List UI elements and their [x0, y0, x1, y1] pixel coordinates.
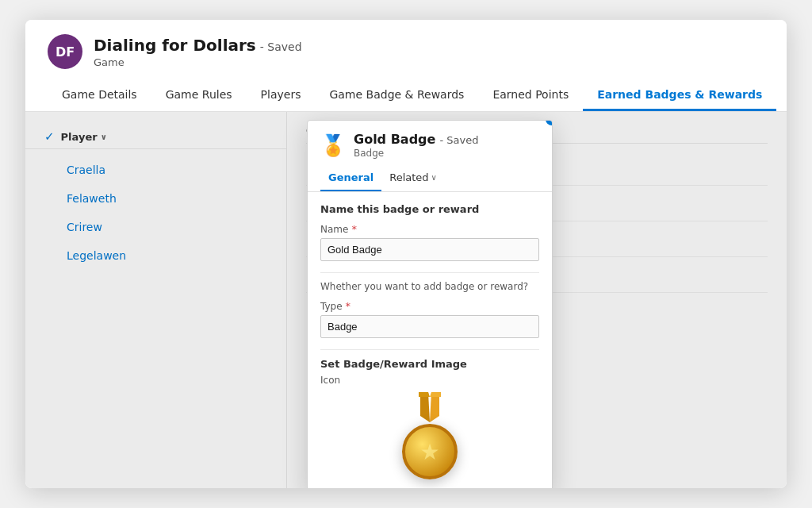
avatar: DF [48, 34, 82, 69]
svg-marker-2 [419, 392, 430, 397]
tab-game-rules[interactable]: Game Rules [151, 80, 247, 111]
modal-name-field-label: Name * [320, 223, 539, 235]
modal-divider-1 [320, 272, 539, 273]
modal-tab-related[interactable]: Related ∨ [381, 165, 445, 191]
header-title-group: Dialing for Dollars - Saved Game [94, 36, 302, 68]
modal-tab-related-label: Related [389, 171, 428, 183]
modal-divider-2 [320, 349, 539, 350]
modal-saved-label: - Saved [439, 134, 478, 146]
modal-body: Name this badge or reward Name * Whether… [308, 192, 552, 488]
modal-image-section-label: Set Badge/Reward Image [320, 358, 539, 370]
main-content: ✓ Player ∨ Craella Felaweth Crirew Legel… [25, 112, 787, 488]
modal-icon-label: Icon [320, 375, 539, 386]
modal-tab-general[interactable]: General [320, 165, 381, 191]
modal-badge-icon: 🏅 [320, 133, 346, 157]
tab-players[interactable]: Players [247, 80, 316, 111]
modal-type-label-text: Type [320, 301, 343, 312]
header-title-row: Dialing for Dollars - Saved [94, 36, 302, 55]
modal-type-input[interactable] [320, 315, 539, 338]
modal-name-field: Name * [320, 223, 539, 261]
modal-header: 🏅 Gold Badge - Saved Badge [308, 121, 552, 159]
modal-title: Gold Badge [354, 132, 435, 147]
modal-type-field-label: Type * [320, 300, 539, 312]
svg-marker-3 [430, 392, 441, 397]
modal-section-name-label: Name this badge or reward [320, 203, 539, 215]
tab-game-badge-rewards[interactable]: Game Badge & Rewards [315, 80, 478, 111]
modal-dialog: 🏅 Gold Badge - Saved Badge General Relat… [307, 120, 553, 488]
modal-title-row: Gold Badge - Saved [354, 132, 478, 147]
header: DF Dialing for Dollars - Saved Game Game… [25, 20, 787, 112]
modal-subtitle: Badge [354, 148, 478, 159]
gold-medal-illustration: ★ [398, 392, 462, 479]
app-title: Dialing for Dollars [94, 36, 256, 55]
header-top: DF Dialing for Dollars - Saved Game [48, 34, 764, 69]
medal-circle: ★ [402, 424, 458, 479]
modal-title-group: Gold Badge - Saved Badge [354, 132, 478, 159]
modal-name-label-text: Name [320, 224, 348, 235]
modal-tab-related-chevron: ∨ [431, 173, 437, 182]
saved-label: - Saved [260, 40, 302, 53]
tab-earned-points[interactable]: Earned Points [478, 80, 583, 111]
medal-star-icon: ★ [419, 439, 439, 465]
modal-type-required-star: * [346, 300, 351, 312]
modal-name-input[interactable] [320, 238, 539, 261]
app-window: DF Dialing for Dollars - Saved Game Game… [25, 20, 787, 488]
modal-name-required-star: * [351, 223, 357, 235]
modal-tabs: General Related ∨ [308, 165, 552, 192]
modal-overlay: 🏅 Gold Badge - Saved Badge General Relat… [25, 112, 787, 488]
medal-ribbon-svg [398, 392, 462, 424]
nav-tabs: Game Details Game Rules Players Game Bad… [48, 80, 764, 111]
modal-section-type-label: Whether you want to add badge or reward? [320, 281, 539, 292]
modal-gold-badge-image: ★ [320, 392, 539, 479]
tab-earned-badges-rewards[interactable]: Earned Badges & Rewards [583, 80, 776, 111]
tab-game-details[interactable]: Game Details [48, 80, 151, 111]
modal-type-field: Type * [320, 300, 539, 338]
app-subtitle: Game [94, 56, 302, 68]
tab-related[interactable]: Related [776, 80, 787, 111]
